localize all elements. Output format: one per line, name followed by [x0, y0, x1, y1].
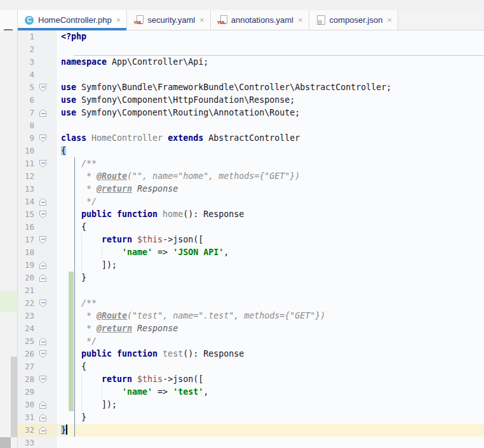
fold-marker-down-icon[interactable]	[39, 236, 46, 244]
code-text[interactable]: /**	[57, 157, 484, 170]
fold-marker-part	[41, 202, 45, 203]
code-text[interactable]: use Symfony\Bundle\FrameworkBundle\Contr…	[57, 81, 484, 94]
code-text[interactable]: ]);	[57, 399, 484, 411]
token-str: 'test'	[173, 387, 203, 397]
code-text[interactable]: * @return Response	[57, 183, 484, 195]
token-cmt: *	[61, 171, 97, 181]
gutter-change-strip-cell	[51, 145, 57, 157]
code-text[interactable]: class HomeController extends AbstractCon…	[57, 132, 484, 145]
line-number: 23	[18, 310, 34, 322]
token-pl: (): Response	[183, 349, 244, 359]
code-line-32: 32}	[18, 424, 484, 437]
code-text[interactable]: */	[57, 335, 484, 348]
code-text[interactable]	[57, 69, 484, 81]
tab-close-icon[interactable]: ×	[116, 16, 121, 24]
code-line-2: 2	[18, 43, 484, 56]
code-text[interactable]: use Symfony\Component\Routing\Annotation…	[57, 107, 484, 119]
code-text[interactable]: {	[57, 221, 484, 234]
code-text[interactable]: public function test(): Response	[57, 348, 484, 360]
fold-marker-down-icon[interactable]	[39, 300, 46, 307]
code-text[interactable]: namespace App\Controller\Api;	[57, 56, 484, 69]
fold-marker-down-icon[interactable]	[39, 211, 46, 218]
code-text[interactable]	[57, 437, 484, 448]
code-line-8: 8	[18, 119, 484, 132]
code-text[interactable]	[57, 43, 484, 56]
code-text[interactable]: {	[57, 145, 484, 157]
code-line-18: 18 'name' => 'JSON API',	[18, 246, 484, 259]
token-var: $this	[132, 374, 163, 384]
fold-marker-part	[41, 239, 45, 240]
line-number: 17	[18, 234, 34, 246]
minimize-icon[interactable]	[4, 29, 13, 30]
tab-composer-json[interactable]: composer.json×	[309, 10, 398, 30]
fold-marker-up-icon[interactable]	[39, 338, 46, 345]
code-text[interactable]: }	[57, 272, 484, 284]
fold-marker-up-icon[interactable]	[39, 261, 46, 269]
code-text[interactable]: use Symfony\Component\HttpFoundation\Res…	[57, 94, 484, 107]
tab-close-icon[interactable]: ×	[199, 16, 205, 24]
gutter-change-strip-cell	[51, 437, 57, 448]
fold-marker-up-icon[interactable]	[39, 414, 46, 421]
indent-guide	[81, 386, 82, 399]
code-text[interactable]: return $this->json([	[57, 373, 484, 386]
token-decl: home	[158, 209, 183, 219]
text-caret	[66, 425, 67, 435]
code-text[interactable]: * @Route("", name="home", methods={"GET"…	[57, 170, 484, 183]
tab-label: composer.json	[330, 15, 383, 25]
code-text[interactable]	[57, 284, 484, 297]
tab-annotations-yaml[interactable]: annotations.yaml×	[211, 10, 309, 30]
code-text[interactable]	[57, 119, 484, 132]
indent-guide	[81, 259, 82, 272]
fold-marker-up-icon[interactable]	[39, 426, 46, 434]
code-text[interactable]: {	[57, 360, 484, 373]
code-text[interactable]: * @Route("test", name=".test", methods={…	[57, 310, 484, 322]
code-text[interactable]: ]);	[57, 259, 484, 272]
fold-marker-up-icon[interactable]	[39, 401, 46, 409]
fold-marker-down-icon[interactable]	[39, 135, 46, 142]
code-text[interactable]: 'name' => 'test',	[57, 386, 484, 399]
yaml-file-icon	[217, 15, 228, 25]
code-text[interactable]: <?php	[57, 30, 484, 43]
code-text[interactable]: 'name' => 'JSON API',	[57, 246, 484, 259]
code-text[interactable]: return $this->json([	[57, 234, 484, 246]
indent-guide	[102, 246, 102, 259]
code-text[interactable]: * @return Response	[57, 322, 484, 335]
code-line-28: 28 return $this->json([	[18, 373, 484, 386]
fold-marker-down-icon[interactable]	[39, 350, 46, 358]
gutter-fold-column	[34, 310, 51, 322]
code-text[interactable]: }	[57, 424, 484, 437]
fold-marker-part	[41, 213, 45, 214]
token-kw: <?php	[61, 32, 86, 41]
fold-marker-up-icon[interactable]	[39, 274, 46, 282]
tab-HomeController-php[interactable]: HomeController.php×	[18, 10, 127, 30]
code-line-10: 10{	[18, 145, 484, 157]
gutter-change-strip-cell	[51, 399, 57, 411]
code-text[interactable]: public function home(): Response	[57, 208, 484, 221]
fold-marker-up-icon[interactable]	[39, 198, 46, 206]
line-number: 13	[18, 183, 34, 195]
fold-marker-down-icon[interactable]	[39, 84, 46, 91]
code-text[interactable]: }	[57, 411, 484, 424]
code-text[interactable]: /**	[57, 297, 484, 310]
fold-marker-down-icon[interactable]	[39, 160, 46, 168]
tab-close-icon[interactable]: ×	[298, 16, 303, 24]
tab-close-icon[interactable]: ×	[387, 16, 392, 24]
fold-marker-down-icon[interactable]	[39, 376, 46, 383]
gutter-change-strip-cell	[51, 69, 57, 81]
vcs-added-strip[interactable]	[69, 272, 74, 411]
yaml-file-icon	[133, 15, 144, 25]
gutter-fold-column	[34, 297, 51, 310]
fold-marker-up-icon[interactable]	[39, 109, 46, 117]
token-pl: Symfony\Component\Routing\Annotation\Rou…	[76, 108, 300, 117]
gutter-change-strip-cell	[51, 284, 57, 297]
left-margin	[0, 10, 18, 448]
tab-security-yaml[interactable]: security.yaml×	[127, 10, 210, 30]
gutter-change-strip-cell	[51, 30, 57, 43]
token-cmt: */	[61, 197, 97, 206]
fold-marker-part	[40, 84, 46, 91]
editor[interactable]: 1<?php23namespace App\Controller\Api;45u…	[18, 30, 484, 448]
code-line-6: 6use Symfony\Component\HttpFoundation\Re…	[18, 94, 484, 107]
line-number: 20	[18, 272, 34, 284]
line-number: 12	[18, 170, 34, 183]
code-text[interactable]: */	[57, 195, 484, 208]
